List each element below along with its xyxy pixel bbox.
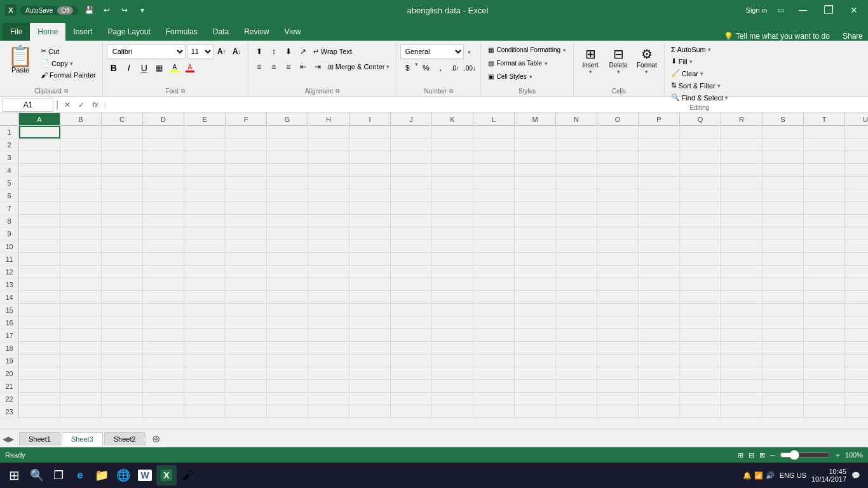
row-num-12[interactable]: 12 [0, 266, 19, 278]
grid-container[interactable]: 1234567891011121314151617181920212223 [0, 126, 868, 430]
cell-D8[interactable] [143, 215, 184, 227]
autosave-toggle[interactable]: AutoSave Off [20, 6, 78, 15]
cell-F15[interactable] [226, 304, 267, 316]
cell-U3[interactable] [845, 151, 868, 164]
cell-M19[interactable] [515, 355, 556, 367]
decrease-font-button[interactable]: A↓ [230, 44, 244, 58]
col-header-K[interactable]: K [432, 113, 473, 125]
cell-P18[interactable] [639, 342, 680, 355]
zoom-out-button[interactable]: ─ [770, 451, 775, 459]
cell-T9[interactable] [804, 227, 845, 240]
cell-P9[interactable] [639, 227, 680, 240]
cell-G17[interactable] [267, 329, 308, 342]
align-center-button[interactable]: ≡ [267, 60, 281, 74]
undo-button[interactable]: ↩ [100, 3, 114, 17]
cell-D4[interactable] [143, 164, 184, 177]
cell-T8[interactable] [804, 215, 845, 227]
cell-C18[interactable] [102, 342, 143, 355]
cell-H3[interactable] [308, 151, 349, 164]
cell-L2[interactable] [473, 139, 515, 151]
cell-A15[interactable] [19, 304, 60, 316]
cell-C22[interactable] [102, 393, 143, 405]
col-header-F[interactable]: F [226, 113, 267, 125]
cell-N11[interactable] [556, 253, 597, 266]
cut-button[interactable]: ✂ Cut [38, 46, 98, 57]
cell-E6[interactable] [184, 189, 226, 202]
cell-F9[interactable] [226, 227, 267, 240]
cell-O12[interactable] [597, 266, 639, 278]
cell-A20[interactable] [19, 367, 60, 380]
cell-L23[interactable] [473, 405, 515, 418]
cell-H13[interactable] [308, 278, 349, 291]
add-sheet-button[interactable]: ⊕ [147, 433, 165, 445]
cell-S7[interactable] [763, 202, 804, 215]
cell-R12[interactable] [721, 266, 763, 278]
cell-K17[interactable] [432, 329, 473, 342]
cell-N17[interactable] [556, 329, 597, 342]
cell-N6[interactable] [556, 189, 597, 202]
ribbon-display-button[interactable]: ▭ [773, 3, 787, 17]
alignment-expand-icon[interactable]: ⧉ [336, 88, 339, 95]
cell-R10[interactable] [721, 240, 763, 253]
cell-K2[interactable] [432, 139, 473, 151]
cell-H2[interactable] [308, 139, 349, 151]
cell-K9[interactable] [432, 227, 473, 240]
cell-J21[interactable] [391, 380, 432, 393]
cell-P22[interactable] [639, 393, 680, 405]
cell-S1[interactable] [763, 126, 804, 139]
col-header-C[interactable]: C [102, 113, 143, 125]
cell-P3[interactable] [639, 151, 680, 164]
row-num-23[interactable]: 23 [0, 405, 19, 418]
cell-S23[interactable] [763, 405, 804, 418]
search-button[interactable]: 🔍 [27, 465, 47, 485]
cell-T17[interactable] [804, 329, 845, 342]
cell-N4[interactable] [556, 164, 597, 177]
clear-dropdown[interactable]: ▾ [700, 71, 703, 77]
cell-I12[interactable] [349, 266, 391, 278]
cell-B1[interactable] [60, 126, 102, 139]
cell-B2[interactable] [60, 139, 102, 151]
cell-E7[interactable] [184, 202, 226, 215]
cell-A4[interactable] [19, 164, 60, 177]
system-tray[interactable]: 🔔 📶 🔊 [743, 471, 775, 480]
cell-G3[interactable] [267, 151, 308, 164]
cell-P14[interactable] [639, 291, 680, 304]
cell-F7[interactable] [226, 202, 267, 215]
row-num-4[interactable]: 4 [0, 164, 19, 177]
cell-N1[interactable] [556, 126, 597, 139]
cell-Q22[interactable] [680, 393, 721, 405]
percent-button[interactable]: % [419, 61, 433, 75]
cell-F2[interactable] [226, 139, 267, 151]
cell-D10[interactable] [143, 240, 184, 253]
cell-Q21[interactable] [680, 380, 721, 393]
cell-E21[interactable] [184, 380, 226, 393]
cell-K13[interactable] [432, 278, 473, 291]
cell-T21[interactable] [804, 380, 845, 393]
cell-O2[interactable] [597, 139, 639, 151]
cell-O6[interactable] [597, 189, 639, 202]
cell-N15[interactable] [556, 304, 597, 316]
cell-I10[interactable] [349, 240, 391, 253]
page-layout-view-button[interactable]: ⊟ [749, 451, 754, 459]
cell-I7[interactable] [349, 202, 391, 215]
cell-U15[interactable] [845, 304, 868, 316]
cell-L1[interactable] [473, 126, 515, 139]
cell-I16[interactable] [349, 316, 391, 329]
cell-N16[interactable] [556, 316, 597, 329]
number-expand-icon[interactable]: ⧉ [449, 88, 453, 95]
col-header-T[interactable]: T [804, 113, 845, 125]
cell-G10[interactable] [267, 240, 308, 253]
cell-L6[interactable] [473, 189, 515, 202]
cell-O10[interactable] [597, 240, 639, 253]
cell-G13[interactable] [267, 278, 308, 291]
cell-C17[interactable] [102, 329, 143, 342]
cell-Q4[interactable] [680, 164, 721, 177]
cell-F13[interactable] [226, 278, 267, 291]
cell-M9[interactable] [515, 227, 556, 240]
cell-S12[interactable] [763, 266, 804, 278]
sheet-tab-sheet1[interactable]: Sheet1 [19, 432, 60, 445]
cell-H5[interactable] [308, 177, 349, 189]
col-header-D[interactable]: D [143, 113, 184, 125]
cell-H14[interactable] [308, 291, 349, 304]
tab-home[interactable]: Home [30, 23, 65, 41]
